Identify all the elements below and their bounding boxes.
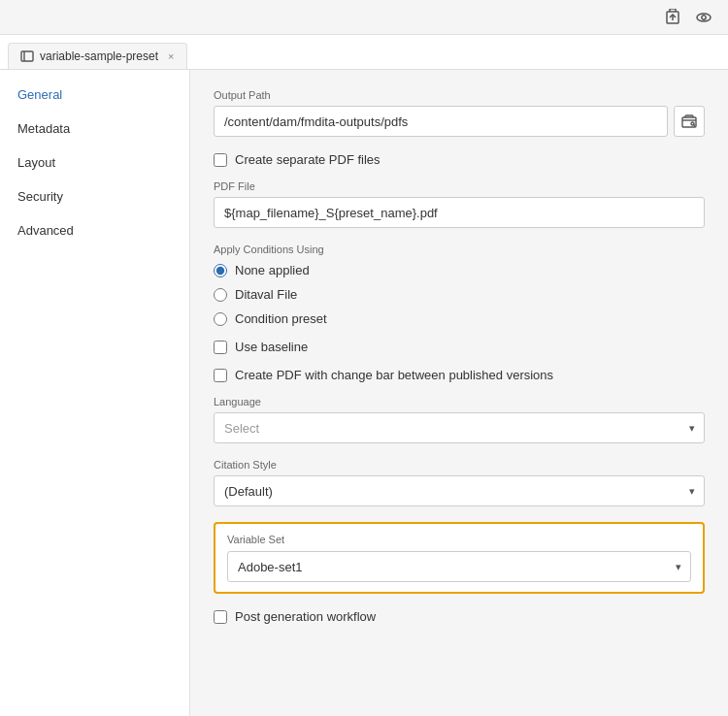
language-label: Language [214,396,705,407]
create-separate-label[interactable]: Create separate PDF files [235,152,381,167]
tab-bar: variable-sample-preset × [0,35,728,70]
pdf-file-input[interactable] [214,197,705,228]
main-layout: General Metadata Layout Security Advance… [0,70,728,716]
svg-point-3 [702,15,706,18]
variable-set-select[interactable]: Adobe-set1 [227,551,691,582]
citation-style-label: Citation Style [214,459,705,471]
post-gen-workflow-checkbox[interactable] [214,610,227,624]
output-path-label: Output Path [214,89,705,101]
use-baseline-row: Use baseline [214,340,705,354]
citation-style-select[interactable]: (Default) [214,475,705,506]
preset-tab[interactable]: variable-sample-preset × [8,43,187,69]
radio-ditaval-file[interactable] [214,288,227,302]
variable-set-label: Variable Set [227,534,691,545]
radio-condition-preset[interactable] [214,312,227,326]
radio-condition-preset-row: Condition preset [214,311,705,326]
output-path-group: Output Path [214,89,705,137]
create-separate-row: Create separate PDF files [214,152,705,167]
svg-point-7 [691,122,694,125]
svg-line-8 [694,125,695,126]
language-select[interactable]: Select [214,412,705,443]
content-area: Output Path Create separate PDF files [190,70,728,716]
output-path-input[interactable] [214,106,668,137]
sidebar-item-general[interactable]: General [0,78,189,112]
sidebar-item-security[interactable]: Security [0,179,189,213]
svg-rect-4 [21,51,33,61]
radio-none-applied[interactable] [214,264,227,277]
apply-conditions-label: Apply Conditions Using [214,244,705,255]
use-baseline-label[interactable]: Use baseline [235,340,308,354]
post-gen-workflow-label[interactable]: Post generation workflow [235,609,376,624]
create-pdf-changebar-row: Create PDF with change bar between publi… [214,368,705,382]
language-select-wrapper: Select ▾ [214,412,705,443]
sidebar-item-advanced[interactable]: Advanced [0,213,189,247]
radio-none-applied-row: None applied [214,263,705,277]
language-group: Language Select ▾ [214,396,705,443]
radio-condition-preset-label[interactable]: Condition preset [235,311,327,326]
create-pdf-changebar-checkbox[interactable] [214,369,227,382]
tab-close-button[interactable]: × [168,50,174,62]
output-path-input-row [214,106,705,137]
radio-ditaval-row: Ditaval File [214,287,705,302]
variable-set-box: Variable Set Adobe-set1 ▾ [214,522,705,594]
sidebar: General Metadata Layout Security Advance… [0,70,190,716]
variable-set-select-wrapper: Adobe-set1 ▾ [227,551,691,582]
create-separate-checkbox[interactable] [214,153,227,167]
export-icon[interactable] [664,9,681,26]
browse-button[interactable] [674,106,705,137]
radio-none-applied-label[interactable]: None applied [235,263,310,277]
use-baseline-checkbox[interactable] [214,341,227,354]
radio-ditaval-label[interactable]: Ditaval File [235,287,297,302]
tab-label: variable-sample-preset [40,49,158,63]
pdf-file-label: PDF File [214,180,705,192]
toolbar-icons [664,9,712,26]
sidebar-item-layout[interactable]: Layout [0,146,189,179]
citation-style-group: Citation Style (Default) ▾ [214,459,705,506]
top-toolbar [0,0,728,35]
pdf-file-group: PDF File [214,180,705,228]
post-gen-workflow-row: Post generation workflow [214,609,705,624]
sidebar-item-metadata[interactable]: Metadata [0,112,189,146]
eye-icon[interactable] [695,9,712,26]
tab-icon [20,49,34,63]
create-pdf-changebar-label[interactable]: Create PDF with change bar between publi… [235,368,553,382]
apply-conditions-group: Apply Conditions Using None applied Dita… [214,244,705,326]
citation-style-select-wrapper: (Default) ▾ [214,475,705,506]
